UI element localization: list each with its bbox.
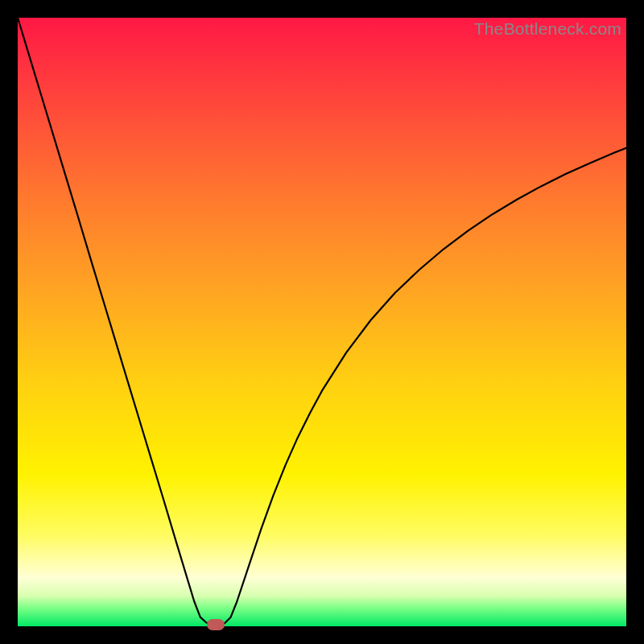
chart-plot-area: TheBottleneck.com <box>18 18 626 626</box>
bottleneck-curve <box>18 18 626 626</box>
minimum-marker-icon <box>207 619 225 630</box>
chart-frame: TheBottleneck.com <box>0 0 644 644</box>
